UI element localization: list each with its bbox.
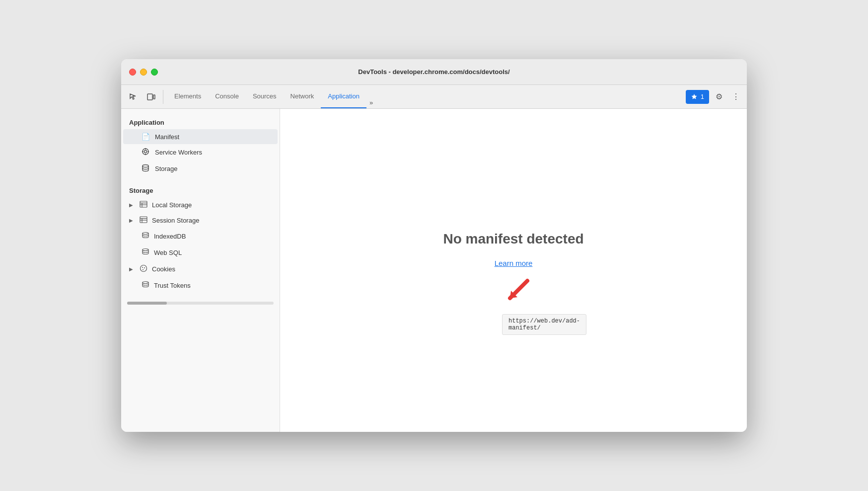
sidebar-item-session-storage[interactable]: ▶ Session Storage — [123, 213, 278, 228]
svg-point-8 — [143, 165, 148, 167]
main-content: Application 📄 Manifest Service Wor — [121, 109, 747, 432]
svg-point-22 — [143, 269, 144, 270]
tab-elements[interactable]: Elements — [167, 85, 208, 108]
tab-application[interactable]: Application — [321, 85, 366, 108]
cookies-arrow: ▶ — [129, 266, 135, 272]
svg-point-19 — [141, 265, 147, 272]
svg-rect-0 — [147, 94, 152, 100]
tab-sources[interactable]: Sources — [246, 85, 284, 108]
web-sql-icon — [141, 248, 150, 257]
svg-rect-1 — [153, 95, 155, 99]
local-storage-arrow: ▶ — [129, 202, 135, 208]
sidebar-item-service-workers[interactable]: Service Workers — [123, 144, 278, 161]
notification-icon — [691, 93, 698, 100]
notification-button[interactable]: 1 — [686, 90, 709, 104]
url-tooltip: https://web.dev/add-manifest/ — [502, 314, 586, 335]
svg-rect-13 — [140, 217, 147, 223]
sidebar-divider — [121, 177, 280, 183]
sidebar-item-web-sql[interactable]: Web SQL — [123, 245, 278, 261]
svg-point-3 — [145, 151, 147, 153]
settings-button[interactable]: ⚙ — [712, 90, 726, 104]
minimize-button[interactable] — [140, 69, 147, 76]
toolbar-separator — [163, 90, 163, 104]
sidebar-item-manifest[interactable]: 📄 Manifest — [123, 129, 278, 144]
red-arrow-indicator — [500, 273, 535, 310]
svg-point-18 — [143, 249, 148, 251]
select-element-icon — [129, 92, 138, 101]
panel-content: No manifest detected Learn more https://… — [443, 231, 583, 310]
manifest-icon: 📄 — [141, 133, 150, 141]
sidebar-item-indexeddb[interactable]: IndexedDB — [123, 228, 278, 245]
more-options-button[interactable]: ⋮ — [729, 90, 743, 104]
sidebar-item-local-storage[interactable]: ▶ Local Storage — [123, 197, 278, 213]
traffic-lights — [129, 69, 158, 76]
toolbar-right: 1 ⚙ ⋮ — [686, 90, 743, 104]
tab-console[interactable]: Console — [208, 85, 246, 108]
more-tabs-button[interactable]: » — [366, 97, 376, 108]
close-button[interactable] — [129, 69, 136, 76]
sidebar-item-storage[interactable]: Storage — [123, 161, 278, 177]
learn-more-link[interactable]: Learn more — [495, 259, 533, 267]
svg-point-23 — [143, 282, 148, 284]
local-storage-icon — [139, 201, 148, 209]
tab-network[interactable]: Network — [284, 85, 321, 108]
title-bar: DevTools - developer.chrome.com/docs/dev… — [121, 59, 747, 85]
storage-section-title: Storage — [121, 183, 280, 197]
sidebar: Application 📄 Manifest Service Wor — [121, 109, 280, 432]
trust-tokens-icon — [141, 281, 150, 290]
svg-point-17 — [143, 233, 148, 235]
window-title: DevTools - developer.chrome.com/docs/dev… — [358, 68, 509, 76]
devtools-window: DevTools - developer.chrome.com/docs/dev… — [121, 59, 747, 432]
service-workers-icon — [141, 148, 150, 157]
main-panel: No manifest detected Learn more https://… — [280, 109, 747, 432]
session-storage-arrow: ▶ — [129, 218, 135, 223]
svg-point-21 — [144, 267, 145, 268]
select-element-button[interactable] — [125, 89, 141, 105]
maximize-button[interactable] — [151, 69, 158, 76]
device-toolbar-icon — [146, 92, 155, 101]
toolbar: Elements Console Sources Network Applica… — [121, 85, 747, 109]
sidebar-item-cookies[interactable]: ▶ Cookies — [123, 261, 278, 277]
device-toolbar-button[interactable] — [143, 89, 159, 105]
svg-rect-9 — [140, 201, 147, 207]
storage-icon — [141, 164, 150, 173]
session-storage-icon — [139, 216, 148, 225]
cookies-icon — [139, 264, 148, 274]
application-section-title: Application — [121, 115, 280, 129]
no-manifest-title: No manifest detected — [443, 231, 583, 247]
indexeddb-icon — [141, 232, 150, 241]
red-arrow-icon — [500, 273, 535, 308]
sidebar-item-trust-tokens[interactable]: Trust Tokens — [123, 277, 278, 294]
toolbar-tabs: Elements Console Sources Network Applica… — [167, 85, 684, 108]
sidebar-scrollbar-thumb[interactable] — [127, 302, 167, 305]
sidebar-scrollbar[interactable] — [127, 302, 274, 305]
svg-point-20 — [142, 267, 143, 268]
